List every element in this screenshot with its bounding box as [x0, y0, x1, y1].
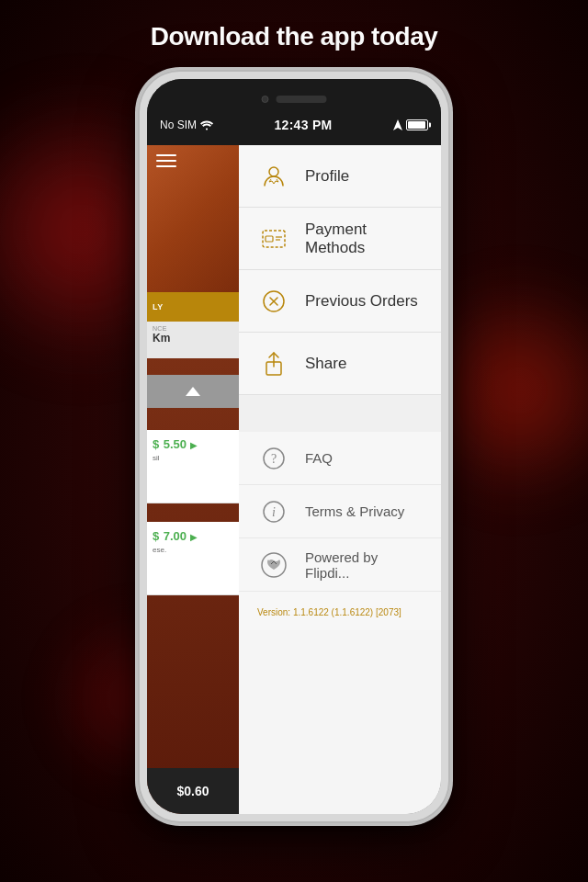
price-item-1: $ 5.50 ▶ sil: [147, 430, 239, 503]
svg-text:i: i: [272, 505, 276, 519]
speaker: [277, 96, 327, 103]
version-area: Version: 1.1.6122 (1.1.6122) [2073]: [239, 592, 441, 630]
price-2-value: 7.00: [164, 529, 187, 543]
total-price-bar: $ 0.60: [147, 768, 239, 814]
menu-item-payment[interactable]: Payment Methods: [239, 208, 441, 270]
menu-divider: [239, 395, 441, 432]
price-2: $: [153, 529, 159, 543]
price-item-2: $ 7.00 ▶ ese.: [147, 522, 239, 595]
menu-item-orders[interactable]: Previous Orders: [239, 270, 441, 333]
status-right: [393, 119, 428, 130]
phone-frame: No SIM 12:43 PM: [138, 70, 450, 823]
hamburger-line: [156, 154, 176, 156]
phone-inner: No SIM 12:43 PM: [147, 79, 441, 814]
price-1: $: [153, 437, 159, 451]
item-1-desc: sil: [153, 454, 233, 462]
battery-icon: [406, 119, 428, 130]
time-display: 12:43 PM: [274, 118, 332, 132]
distance-value: Km: [153, 332, 170, 345]
faq-icon: ?: [257, 442, 290, 475]
app-bg: LY NCE Km: [147, 145, 239, 814]
version-text: Version: 1.1.6122 (1.1.6122) [2073]: [257, 607, 401, 617]
info-item-terms[interactable]: i Terms & Privacy: [239, 485, 441, 538]
share-label: Share: [305, 355, 346, 373]
orders-icon: [257, 285, 290, 318]
payment-icon: [257, 222, 290, 255]
profile-icon: [257, 160, 290, 193]
chevron-area[interactable]: [147, 375, 239, 408]
arrow-2: ▶: [190, 532, 198, 542]
terms-label: Terms & Privacy: [305, 503, 404, 519]
phone-mockup: No SIM 12:43 PM: [138, 70, 450, 823]
svg-rect-2: [266, 236, 273, 242]
phone-screen: LY NCE Km: [147, 145, 441, 814]
share-icon: [257, 347, 290, 380]
menu-icon-area: [156, 154, 176, 167]
location-icon: [393, 119, 402, 130]
status-bar: No SIM 12:43 PM: [147, 79, 441, 145]
info-item-faq[interactable]: ? FAQ: [239, 432, 441, 485]
svg-text:?: ?: [271, 452, 277, 466]
total-price: $: [176, 784, 184, 798]
faq-label: FAQ: [305, 450, 333, 466]
carrier-label: No SIM: [160, 119, 197, 131]
svg-point-0: [269, 167, 278, 176]
hamburger-button[interactable]: [156, 154, 176, 167]
distance-label: NCE: [153, 325, 167, 332]
restaurant-label: LY: [147, 292, 239, 322]
hamburger-line: [156, 160, 176, 162]
info-icon: i: [257, 495, 290, 528]
drawer-menu: Profile: [239, 145, 441, 814]
menu-item-share[interactable]: Share: [239, 333, 441, 395]
menu-item-profile[interactable]: Profile: [239, 145, 441, 208]
arrow-1: ▶: [190, 440, 198, 450]
app-background: LY NCE Km: [147, 145, 239, 814]
page-title: Download the app today: [151, 22, 438, 51]
front-camera-icon: [262, 96, 269, 103]
total-value: 0.60: [184, 784, 209, 798]
distance-area: NCE Km: [147, 322, 239, 358]
powered-label: Powered by Flipdi...: [305, 549, 423, 581]
info-item-powered[interactable]: Powered by Flipdi...: [239, 538, 441, 592]
profile-label: Profile: [305, 167, 349, 186]
phone-notch: [262, 96, 327, 103]
restaurant-name: LY: [153, 302, 164, 311]
chevron-up-icon: [186, 387, 200, 396]
app-content: LY NCE Km: [147, 145, 239, 814]
orders-label: Previous Orders: [305, 292, 418, 311]
item-2-desc: ese.: [153, 546, 233, 554]
flipdi-icon: [257, 548, 290, 582]
price-1-value: 5.50: [164, 437, 187, 451]
hamburger-line: [156, 165, 176, 167]
payment-label: Payment Methods: [305, 220, 423, 257]
svg-rect-1: [263, 231, 285, 247]
carrier-info: No SIM: [160, 119, 213, 131]
app-drawer: LY NCE Km: [147, 145, 441, 814]
wifi-icon: [200, 120, 213, 130]
